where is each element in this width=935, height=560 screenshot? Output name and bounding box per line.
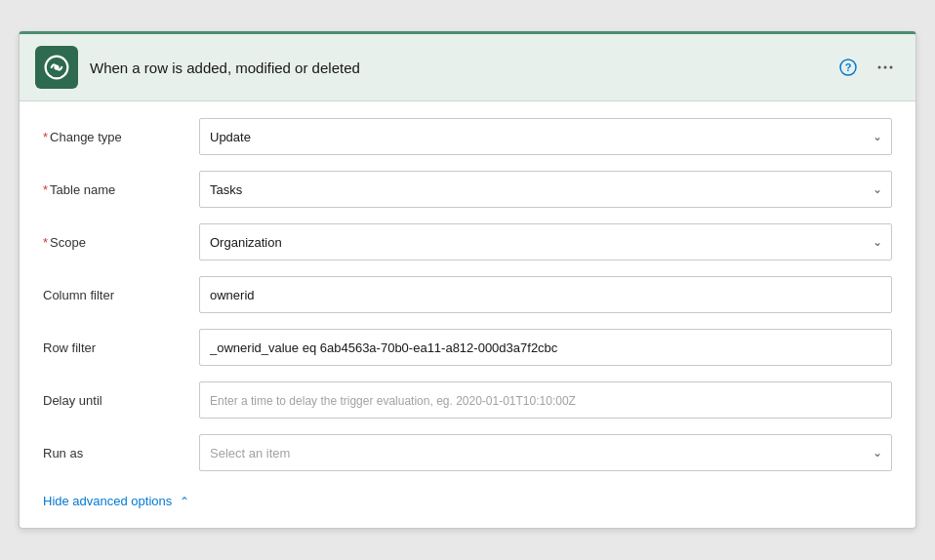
delay-until-row: Delay until	[43, 380, 892, 420]
scope-select-wrapper[interactable]: Organization ⌄	[199, 223, 892, 260]
trigger-card: When a row is added, modified or deleted…	[19, 31, 916, 529]
help-icon: ?	[839, 59, 857, 76]
dataverse-trigger-icon	[43, 54, 70, 81]
table-name-row: *Table name Tasks ⌄	[43, 170, 892, 209]
svg-point-5	[884, 66, 887, 69]
trigger-icon-container	[35, 46, 78, 89]
help-button[interactable]: ?	[833, 53, 863, 82]
chevron-up-icon: ⌃	[180, 495, 189, 508]
table-name-select[interactable]: Tasks	[199, 171, 892, 208]
card-title: When a row is added, modified or deleted	[90, 60, 822, 76]
delay-until-input[interactable]	[199, 381, 892, 419]
run-as-row: Run as Select an item ⌄	[43, 433, 892, 472]
header-actions: ?	[833, 53, 900, 82]
hide-advanced-button[interactable]: Hide advanced options	[43, 494, 172, 508]
more-options-button[interactable]	[871, 53, 900, 82]
svg-point-4	[878, 66, 881, 69]
scope-select[interactable]: Organization	[199, 223, 892, 260]
table-name-select-wrapper[interactable]: Tasks ⌄	[199, 171, 892, 208]
scope-row: *Scope Organization ⌄	[43, 222, 892, 261]
change-type-row: *Change type Update ⌄	[43, 117, 892, 156]
column-filter-label: Column filter	[43, 288, 199, 302]
row-filter-input[interactable]	[199, 329, 892, 366]
svg-point-1	[54, 64, 59, 69]
column-filter-input[interactable]	[199, 276, 892, 313]
row-filter-row: Row filter	[43, 328, 892, 367]
change-type-select-wrapper[interactable]: Update ⌄	[199, 118, 892, 155]
change-type-select[interactable]: Update	[199, 118, 892, 155]
scope-label: *Scope	[43, 235, 199, 250]
svg-point-6	[890, 66, 893, 69]
card-body: *Change type Update ⌄ *Table name Tasks …	[20, 101, 915, 528]
svg-text:?: ?	[845, 61, 852, 73]
run-as-select[interactable]: Select an item	[199, 434, 892, 471]
column-filter-row: Column filter	[43, 275, 892, 314]
hide-advanced-section: Hide advanced options ⌃	[43, 486, 892, 516]
card-header: When a row is added, modified or deleted…	[20, 34, 915, 101]
run-as-label: Run as	[43, 446, 199, 460]
table-name-label: *Table name	[43, 182, 199, 197]
ellipsis-icon	[876, 59, 894, 76]
run-as-select-wrapper[interactable]: Select an item ⌄	[199, 434, 892, 471]
delay-until-label: Delay until	[43, 393, 199, 408]
change-type-label: *Change type	[43, 130, 199, 144]
row-filter-label: Row filter	[43, 340, 199, 355]
